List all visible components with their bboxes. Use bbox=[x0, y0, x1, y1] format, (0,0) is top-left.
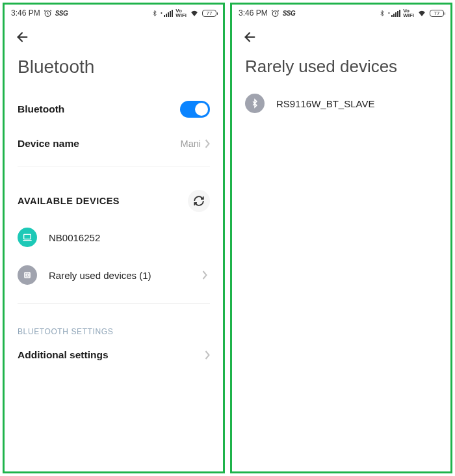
refresh-button[interactable] bbox=[188, 190, 210, 212]
bluetooth-toggle-switch[interactable] bbox=[180, 101, 210, 118]
refresh-icon bbox=[193, 195, 205, 207]
rarely-used-devices-row[interactable]: Rarely used devices (1) bbox=[5, 256, 223, 294]
status-time: 3:46 PM bbox=[11, 8, 40, 18]
divider bbox=[18, 303, 210, 304]
nav-bar bbox=[232, 21, 450, 53]
laptop-icon bbox=[18, 228, 37, 247]
signal-icon bbox=[391, 10, 400, 17]
status-time: 3:46 PM bbox=[239, 8, 268, 18]
alarm-icon bbox=[44, 9, 52, 18]
available-devices-label: AVAILABLE DEVICES bbox=[18, 196, 120, 206]
battery-icon: 77 bbox=[202, 10, 216, 17]
bluetooth-toggle-label: Bluetooth bbox=[18, 103, 64, 115]
bluetooth-icon bbox=[379, 9, 385, 18]
vowifi-icon: VoWiFi bbox=[403, 8, 414, 18]
additional-settings-label: Additional settings bbox=[18, 349, 109, 361]
page-title: Rarely used devices bbox=[232, 53, 450, 91]
device-row-nb0016252[interactable]: NB0016252 bbox=[5, 218, 223, 256]
bluetooth-settings-label: BLUETOOTH SETTINGS bbox=[5, 309, 223, 340]
back-button[interactable] bbox=[242, 30, 257, 44]
page-title: Bluetooth bbox=[5, 53, 223, 92]
alarm-icon bbox=[271, 9, 280, 18]
chevron-right-icon bbox=[202, 271, 210, 280]
wifi-icon bbox=[189, 9, 200, 18]
signal-icon bbox=[164, 10, 173, 17]
device-name-value: Mani bbox=[181, 139, 201, 149]
available-devices-header: AVAILABLE DEVICES bbox=[5, 172, 223, 218]
signal-dot: . bbox=[161, 7, 162, 16]
wifi-icon bbox=[417, 9, 427, 18]
status-right: . VoWiFi 77 bbox=[379, 7, 444, 20]
device-name-row[interactable]: Device name Mani bbox=[5, 127, 223, 161]
status-right: . VoWiFi 77 bbox=[151, 7, 216, 20]
chevron-right-icon bbox=[205, 139, 210, 148]
phone-screen-rarely-used: 3:46 PM SSG . VoWiFi 77 Rarely used devi… bbox=[230, 3, 452, 473]
status-left: 3:46 PM SSG bbox=[11, 8, 68, 18]
additional-settings-row[interactable]: Additional settings bbox=[5, 340, 223, 370]
nav-bar bbox=[5, 21, 223, 53]
divider bbox=[18, 166, 210, 166]
status-ssg: SSG bbox=[283, 10, 296, 17]
device-name-label: Device name bbox=[18, 138, 79, 150]
devices-icon bbox=[18, 265, 37, 285]
svg-rect-1 bbox=[24, 234, 31, 239]
svg-rect-3 bbox=[26, 274, 28, 276]
status-bar: 3:46 PM SSG . VoWiFi 77 bbox=[232, 5, 450, 21]
battery-icon: 77 bbox=[430, 10, 444, 17]
status-left: 3:46 PM SSG bbox=[239, 8, 295, 18]
status-bar: 3:46 PM SSG . VoWiFi 77 bbox=[5, 5, 223, 21]
vowifi-icon: VoWiFi bbox=[176, 8, 187, 18]
bluetooth-device-icon bbox=[245, 94, 265, 113]
bluetooth-toggle-row[interactable]: Bluetooth bbox=[5, 92, 223, 127]
back-button[interactable] bbox=[15, 30, 29, 44]
svg-rect-2 bbox=[25, 272, 30, 278]
device-name: NB0016252 bbox=[49, 232, 210, 243]
status-ssg: SSG bbox=[55, 10, 68, 17]
chevron-right-icon bbox=[205, 350, 210, 360]
rarely-used-label: Rarely used devices (1) bbox=[49, 270, 190, 281]
bluetooth-icon bbox=[151, 9, 158, 18]
device-row-rs9116w[interactable]: RS9116W_BT_SLAVE bbox=[232, 91, 450, 122]
signal-dot: . bbox=[388, 7, 390, 16]
device-name: RS9116W_BT_SLAVE bbox=[276, 98, 437, 109]
phone-screen-bluetooth: 3:46 PM SSG . VoWiFi 77 Bluetooth Blueto… bbox=[3, 3, 225, 473]
